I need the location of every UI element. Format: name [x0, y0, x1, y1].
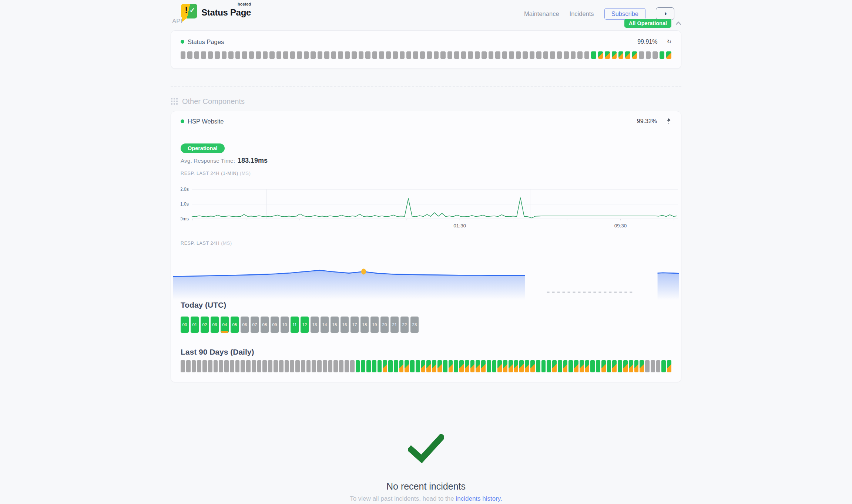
uptime-bar[interactable] — [523, 51, 527, 59]
uptime-bar[interactable] — [653, 51, 657, 59]
hour-block-00[interactable]: 00 — [181, 317, 189, 333]
daily-uptime-bar[interactable] — [563, 360, 568, 372]
uptime-bar[interactable] — [475, 51, 480, 59]
uptime-bar[interactable] — [181, 51, 185, 59]
uptime-bar[interactable] — [564, 51, 568, 59]
daily-uptime-bar[interactable] — [197, 360, 201, 372]
uptime-bar[interactable] — [386, 51, 391, 59]
daily-uptime-bar[interactable] — [186, 360, 191, 372]
daily-uptime-bar[interactable] — [541, 360, 546, 372]
uptime-bar[interactable] — [297, 51, 302, 59]
uptime-bar[interactable] — [516, 51, 521, 59]
uptime-bar[interactable] — [584, 51, 589, 59]
uptime-bar[interactable] — [502, 51, 507, 59]
uptime-bar[interactable] — [283, 51, 288, 59]
daily-uptime-bar[interactable] — [590, 360, 595, 372]
daily-uptime-bar[interactable] — [661, 360, 666, 372]
daily-uptime-bar[interactable] — [285, 360, 289, 372]
uptime-bar[interactable] — [612, 51, 617, 59]
uptime-bar[interactable] — [454, 51, 459, 59]
uptime-bar[interactable] — [379, 51, 384, 59]
daily-uptime-bar[interactable] — [356, 360, 360, 372]
daily-uptime-bar[interactable] — [388, 360, 393, 372]
refresh-icon[interactable]: ↻ — [667, 38, 671, 45]
daily-uptime-bar[interactable] — [585, 360, 590, 372]
daily-uptime-bar[interactable] — [454, 360, 458, 372]
uptime-bar[interactable] — [276, 51, 281, 59]
uptime-bar[interactable] — [242, 51, 247, 59]
daily-uptime-bar[interactable] — [241, 360, 245, 372]
hour-block-21[interactable]: 21 — [390, 317, 399, 333]
daily-uptime-bar[interactable] — [426, 360, 431, 372]
uptime-bar[interactable] — [632, 51, 637, 59]
uptime-bar[interactable] — [461, 51, 466, 59]
uptime-bar[interactable] — [666, 51, 671, 59]
hour-block-05[interactable]: 05 — [231, 317, 239, 333]
hour-block-12[interactable]: 12 — [301, 317, 309, 333]
daily-uptime-bar[interactable] — [492, 360, 497, 372]
uptime-bar[interactable] — [447, 51, 452, 59]
daily-uptime-bar[interactable] — [366, 360, 371, 372]
daily-uptime-bar[interactable] — [519, 360, 524, 372]
uptime-bar[interactable] — [187, 51, 192, 59]
uptime-bar[interactable] — [618, 51, 623, 59]
uptime-bar[interactable] — [660, 51, 664, 59]
daily-uptime-bar[interactable] — [503, 360, 507, 372]
hour-block-13[interactable]: 13 — [311, 317, 319, 333]
uptime-bar[interactable] — [468, 51, 473, 59]
daily-uptime-bar[interactable] — [497, 360, 502, 372]
daily-uptime-bar[interactable] — [312, 360, 316, 372]
uptime-bar[interactable] — [235, 51, 240, 59]
hour-block-22[interactable]: 22 — [400, 317, 409, 333]
daily-uptime-bar[interactable] — [290, 360, 294, 372]
uptime-bar[interactable] — [536, 51, 541, 59]
hour-block-14[interactable]: 14 — [321, 317, 329, 333]
daily-uptime-bar[interactable] — [449, 360, 453, 372]
daily-uptime-bar[interactable] — [361, 360, 365, 372]
daily-uptime-bar[interactable] — [552, 360, 557, 372]
uptime-bar[interactable] — [318, 51, 322, 59]
daily-uptime-bar[interactable] — [645, 360, 650, 372]
uptime-bar[interactable] — [359, 51, 363, 59]
uptime-bar[interactable] — [646, 51, 651, 59]
uptime-bar[interactable] — [591, 51, 596, 59]
daily-uptime-bar[interactable] — [372, 360, 376, 372]
nav-incidents[interactable]: Incidents — [570, 10, 594, 17]
uptime-bar[interactable] — [482, 51, 486, 59]
daily-uptime-bar[interactable] — [219, 360, 223, 372]
daily-uptime-bar[interactable] — [656, 360, 661, 372]
daily-uptime-bar[interactable] — [509, 360, 513, 372]
daily-uptime-bar[interactable] — [181, 360, 185, 372]
uptime-bar[interactable] — [393, 51, 398, 59]
daily-uptime-bar[interactable] — [399, 360, 404, 372]
theme-toggle-button[interactable]: ◑ — [656, 7, 674, 20]
daily-uptime-bar[interactable] — [525, 360, 529, 372]
daily-uptime-bar[interactable] — [301, 360, 305, 372]
daily-uptime-bar[interactable] — [378, 360, 382, 372]
uptime-bar[interactable] — [228, 51, 233, 59]
uptime-bar[interactable] — [413, 51, 418, 59]
daily-uptime-bar[interactable] — [623, 360, 628, 372]
hour-block-23[interactable]: 23 — [410, 317, 419, 333]
uptime-bar[interactable] — [256, 51, 261, 59]
daily-uptime-bar[interactable] — [208, 360, 212, 372]
hour-block-04[interactable]: 04 — [221, 317, 229, 333]
uptime-bar[interactable] — [530, 51, 534, 59]
uptime-bar[interactable] — [550, 51, 555, 59]
uptime-bar[interactable] — [263, 51, 268, 59]
daily-uptime-bar[interactable] — [410, 360, 415, 372]
uptime-bar[interactable] — [331, 51, 336, 59]
incidents-history-link[interactable]: incidents history. — [456, 495, 502, 502]
uptime-bar[interactable] — [639, 51, 644, 59]
daily-uptime-bar[interactable] — [629, 360, 633, 372]
daily-uptime-bar[interactable] — [383, 360, 387, 372]
uptime-bar[interactable] — [489, 51, 493, 59]
daily-uptime-bar[interactable] — [476, 360, 480, 372]
uptime-bar[interactable] — [304, 51, 309, 59]
daily-uptime-bar[interactable] — [246, 360, 251, 372]
daily-uptime-bar[interactable] — [317, 360, 322, 372]
daily-uptime-bar[interactable] — [224, 360, 229, 372]
daily-uptime-bar[interactable] — [465, 360, 469, 372]
daily-uptime-bar[interactable] — [601, 360, 606, 372]
daily-uptime-bar[interactable] — [328, 360, 333, 372]
